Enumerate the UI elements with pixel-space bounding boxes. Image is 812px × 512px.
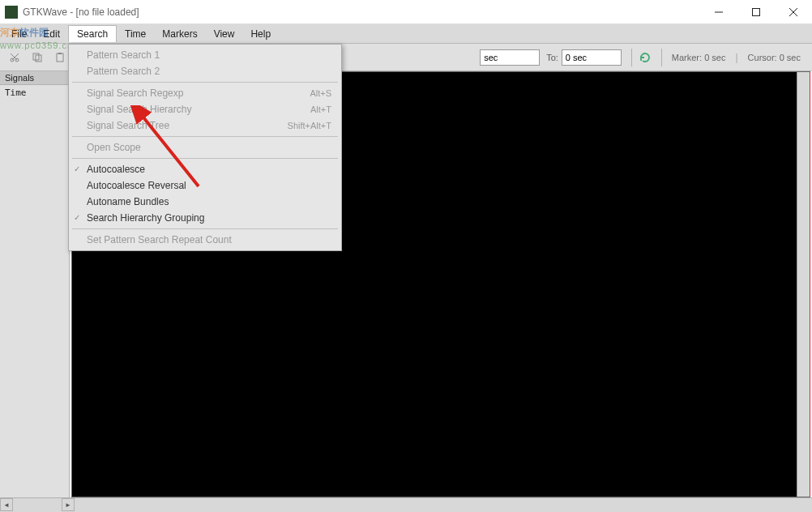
svg-rect-1 bbox=[753, 8, 760, 15]
dd-label: Set Pattern Search Repeat Count bbox=[87, 234, 232, 245]
scrollbar-horizontal[interactable]: ◄ ► bbox=[0, 497, 812, 512]
dd-signal-search-regexp[interactable]: Signal Search RegexpAlt+S bbox=[69, 85, 341, 101]
dd-pattern-search-1[interactable]: Pattern Search 1 bbox=[69, 47, 341, 63]
menu-help[interactable]: Help bbox=[242, 26, 279, 42]
minimize-button[interactable] bbox=[700, 0, 737, 24]
menu-view[interactable]: View bbox=[206, 26, 243, 42]
toolbar-text-divider: | bbox=[735, 52, 737, 63]
copy-icon[interactable] bbox=[28, 48, 47, 67]
dd-label: Autocoalesce Reversal bbox=[87, 180, 186, 191]
scroll-left-icon[interactable]: ◄ bbox=[0, 498, 13, 511]
dd-autocoalesce[interactable]: ✓Autocoalesce bbox=[69, 161, 341, 177]
dd-shortcut: Alt+S bbox=[310, 88, 331, 98]
window-controls bbox=[700, 0, 812, 24]
dropdown-separator bbox=[72, 82, 338, 83]
to-label: To: bbox=[546, 53, 558, 62]
dd-set-pattern-repeat[interactable]: Set Pattern Search Repeat Count bbox=[69, 232, 341, 248]
reload-icon[interactable] bbox=[635, 48, 655, 67]
dd-label: Signal Search Regexp bbox=[87, 87, 183, 99]
maximize-button[interactable] bbox=[737, 0, 775, 24]
signals-panel: Signals Time bbox=[0, 71, 70, 497]
dropdown-separator bbox=[72, 158, 338, 159]
to-field: To: bbox=[546, 49, 622, 66]
toolbar-separator bbox=[661, 49, 662, 66]
dd-autocoalesce-reversal[interactable]: Autocoalesce Reversal bbox=[69, 177, 341, 194]
menu-file[interactable]: File bbox=[3, 26, 35, 42]
toolbar-separator bbox=[631, 49, 632, 66]
dd-label: Open Scope bbox=[87, 142, 141, 153]
title-bar: GTKWave - [no file loaded] bbox=[0, 0, 812, 24]
check-icon: ✓ bbox=[74, 213, 80, 222]
dd-shortcut: Shift+Alt+T bbox=[288, 121, 331, 130]
dd-label: Pattern Search 1 bbox=[87, 49, 160, 61]
app-icon bbox=[5, 6, 18, 19]
search-dropdown: Pattern Search 1 Pattern Search 2 Signal… bbox=[68, 44, 342, 251]
dd-label: Signal Search Tree bbox=[87, 120, 169, 131]
menu-time[interactable]: Time bbox=[117, 26, 154, 42]
menu-markers[interactable]: Markers bbox=[154, 26, 205, 42]
svg-rect-10 bbox=[57, 53, 63, 62]
close-button[interactable] bbox=[775, 0, 812, 24]
dd-shortcut: Alt+T bbox=[310, 105, 331, 114]
dropdown-separator bbox=[72, 136, 338, 137]
dd-autoname-bundles[interactable]: Autoname Bundles bbox=[69, 194, 341, 210]
cut-icon[interactable] bbox=[5, 48, 24, 67]
menu-bar: File Edit Search Time Markers View Help bbox=[0, 24, 812, 44]
to-input[interactable] bbox=[562, 49, 622, 66]
marker-text: Marker: 0 sec bbox=[672, 53, 726, 62]
dd-signal-search-tree[interactable]: Signal Search TreeShift+Alt+T bbox=[69, 117, 341, 134]
dd-label: Search Hierarchy Grouping bbox=[87, 212, 204, 224]
from-input[interactable] bbox=[480, 49, 540, 66]
signals-list[interactable]: Time bbox=[0, 85, 69, 497]
scrollbar-vertical[interactable] bbox=[797, 72, 810, 497]
paste-icon[interactable] bbox=[50, 48, 70, 67]
cursor-text: Cursor: 0 sec bbox=[748, 53, 801, 62]
dd-signal-search-hierarchy[interactable]: Signal Search HierarchyAlt+T bbox=[69, 101, 341, 117]
menu-edit[interactable]: Edit bbox=[35, 26, 68, 42]
dd-label: Pattern Search 2 bbox=[87, 66, 160, 77]
title-text: GTKWave - [no file loaded] bbox=[23, 6, 700, 18]
scroll-right-icon[interactable]: ► bbox=[62, 498, 75, 511]
dd-label: Autoname Bundles bbox=[87, 196, 169, 207]
menu-search[interactable]: Search bbox=[68, 25, 117, 42]
dd-label: Autocoalesce bbox=[87, 164, 145, 175]
dd-open-scope[interactable]: Open Scope bbox=[69, 139, 341, 156]
dd-label: Signal Search Hierarchy bbox=[87, 104, 191, 115]
signals-title: Signals bbox=[0, 71, 69, 85]
dropdown-separator bbox=[72, 228, 338, 229]
file-status: [no file loaded] bbox=[76, 6, 139, 18]
app-name: GTKWave - bbox=[23, 6, 76, 18]
check-icon: ✓ bbox=[74, 164, 80, 173]
dd-search-hierarchy-grouping[interactable]: ✓Search Hierarchy Grouping bbox=[69, 210, 341, 226]
svg-rect-11 bbox=[58, 53, 62, 54]
dd-pattern-search-2[interactable]: Pattern Search 2 bbox=[69, 63, 341, 79]
list-item[interactable]: Time bbox=[2, 87, 67, 99]
from-field bbox=[480, 49, 540, 66]
